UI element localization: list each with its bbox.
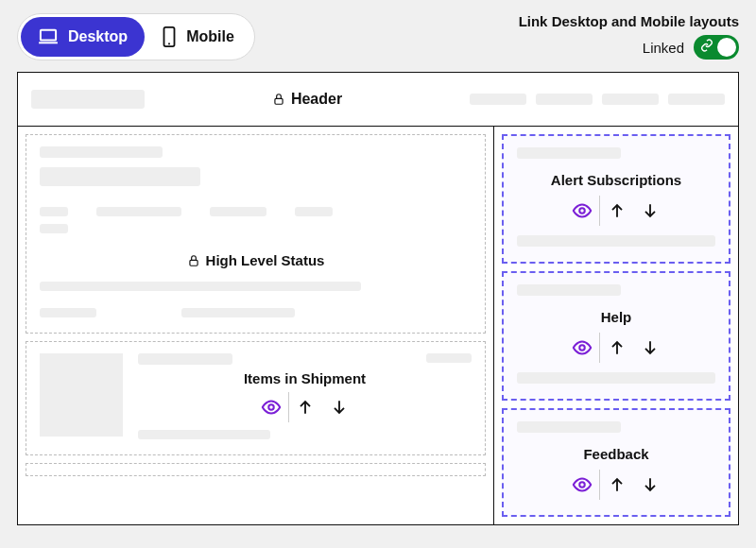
text-placeholder bbox=[138, 430, 270, 439]
feedback-block[interactable]: Feedback bbox=[502, 408, 730, 517]
move-down-button[interactable] bbox=[633, 333, 667, 363]
text-placeholder bbox=[40, 308, 96, 317]
logo-placeholder bbox=[31, 90, 145, 109]
text-placeholder bbox=[40, 207, 68, 216]
nav-placeholder-group bbox=[470, 94, 725, 105]
svg-rect-0 bbox=[41, 30, 56, 41]
text-placeholder bbox=[295, 207, 333, 216]
block-controls bbox=[517, 333, 715, 363]
mobile-tab[interactable]: Mobile bbox=[145, 17, 251, 57]
items-in-shipment-block[interactable]: Items in Shipment bbox=[26, 341, 486, 455]
svg-point-6 bbox=[268, 404, 274, 410]
text-placeholder bbox=[40, 167, 200, 186]
visibility-toggle[interactable] bbox=[565, 470, 599, 500]
alert-subscriptions-block[interactable]: Alert Subscriptions bbox=[502, 134, 730, 264]
svg-point-15 bbox=[579, 482, 585, 488]
high-level-status-label: High Level Status bbox=[206, 252, 325, 268]
text-placeholder bbox=[40, 224, 68, 233]
row-placeholder bbox=[40, 207, 472, 216]
lock-icon bbox=[187, 254, 200, 267]
thumbnail-placeholder bbox=[40, 353, 123, 437]
text-placeholder bbox=[138, 353, 232, 365]
text-placeholder bbox=[40, 282, 361, 291]
link-layouts-title: Link Desktop and Mobile layouts bbox=[519, 13, 739, 29]
link-icon bbox=[700, 39, 713, 56]
desktop-tab[interactable]: Desktop bbox=[21, 17, 145, 57]
visibility-toggle[interactable] bbox=[565, 333, 599, 363]
item-side: Items in Shipment bbox=[138, 353, 472, 439]
canvas-body: High Level Status Ite bbox=[18, 127, 738, 524]
visibility-toggle[interactable] bbox=[565, 196, 599, 226]
item-row: Items in Shipment bbox=[40, 353, 472, 439]
move-up-button[interactable] bbox=[599, 470, 633, 500]
high-level-status-title-wrap: High Level Status bbox=[40, 252, 472, 268]
row-placeholder bbox=[40, 224, 472, 233]
text-placeholder bbox=[181, 308, 295, 317]
svg-point-9 bbox=[579, 208, 585, 214]
alert-subscriptions-label: Alert Subscriptions bbox=[517, 172, 715, 188]
left-column: High Level Status Ite bbox=[18, 127, 494, 524]
toggle-knob bbox=[717, 38, 736, 57]
text-placeholder bbox=[517, 421, 621, 433]
empty-block[interactable] bbox=[26, 463, 486, 476]
linked-toggle[interactable] bbox=[694, 35, 739, 60]
svg-rect-4 bbox=[275, 98, 283, 104]
move-up-button[interactable] bbox=[599, 333, 633, 363]
text-placeholder bbox=[96, 207, 181, 216]
help-label: Help bbox=[517, 309, 715, 325]
nav-placeholder bbox=[470, 94, 526, 105]
right-column: Alert Subscriptions bbox=[494, 127, 738, 524]
feedback-label: Feedback bbox=[517, 446, 715, 462]
linked-label: Linked bbox=[643, 40, 684, 56]
items-in-shipment-label: Items in Shipment bbox=[138, 370, 472, 386]
header-label: Header bbox=[291, 91, 342, 108]
header-label-wrap: Header bbox=[158, 91, 456, 108]
link-row: Linked bbox=[643, 35, 739, 60]
desktop-tab-label: Desktop bbox=[68, 28, 128, 45]
device-toggle: Desktop Mobile bbox=[17, 13, 255, 60]
layout-canvas: Header bbox=[17, 72, 739, 525]
move-up-button[interactable] bbox=[599, 196, 633, 226]
text-placeholder bbox=[517, 284, 621, 296]
laptop-icon bbox=[38, 28, 59, 45]
visibility-toggle[interactable] bbox=[254, 392, 288, 422]
block-controls bbox=[517, 196, 715, 226]
text-placeholder bbox=[40, 146, 163, 158]
row-placeholder bbox=[138, 353, 472, 365]
nav-placeholder bbox=[668, 94, 725, 105]
move-down-button[interactable] bbox=[322, 392, 356, 422]
move-up-button[interactable] bbox=[288, 392, 322, 422]
text-placeholder bbox=[517, 372, 715, 384]
high-level-status-block[interactable]: High Level Status bbox=[26, 134, 486, 334]
block-controls bbox=[138, 392, 472, 422]
nav-placeholder bbox=[536, 94, 593, 105]
link-controls: Link Desktop and Mobile layouts Linked bbox=[519, 13, 739, 60]
row-placeholder bbox=[40, 308, 472, 317]
move-down-button[interactable] bbox=[633, 470, 667, 500]
mobile-tab-label: Mobile bbox=[186, 28, 234, 45]
lock-icon bbox=[272, 93, 285, 106]
block-controls bbox=[517, 470, 715, 500]
text-placeholder bbox=[517, 147, 621, 159]
svg-point-12 bbox=[579, 345, 585, 351]
move-down-button[interactable] bbox=[633, 196, 667, 226]
smartphone-icon bbox=[162, 26, 177, 47]
header-block[interactable]: Header bbox=[18, 73, 738, 127]
help-block[interactable]: Help bbox=[502, 271, 730, 401]
badge-placeholder bbox=[426, 353, 472, 363]
text-placeholder bbox=[210, 207, 266, 216]
nav-placeholder bbox=[602, 94, 659, 105]
top-bar: Desktop Mobile Link Desktop and Mobile l… bbox=[0, 0, 756, 72]
svg-rect-5 bbox=[189, 260, 197, 265]
text-placeholder bbox=[517, 235, 715, 247]
